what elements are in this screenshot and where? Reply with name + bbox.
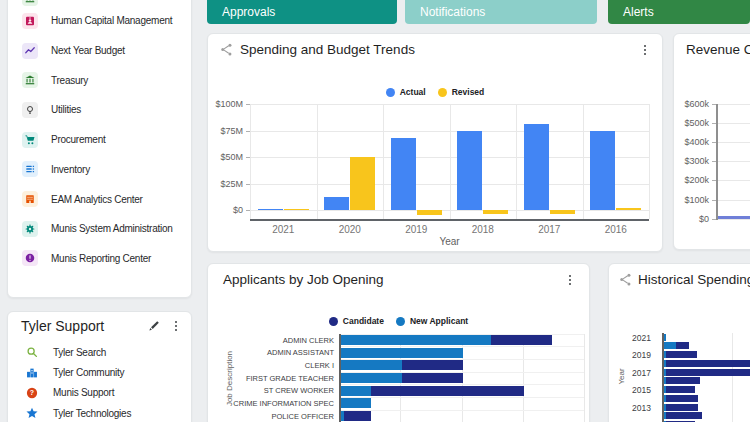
more-options-icon[interactable] <box>563 273 577 287</box>
revised-bar[interactable] <box>284 209 309 210</box>
y-tick-label: 2013 <box>609 403 651 413</box>
support-item-label: Tyler Community <box>53 367 124 378</box>
new-applicant-bar[interactable] <box>341 386 372 396</box>
support-item[interactable]: ?Munis Support <box>8 383 191 403</box>
sidebar-item[interactable]: Procurement <box>8 125 191 155</box>
candidate-bar[interactable] <box>371 386 524 396</box>
y-tick-label: $600k <box>674 99 709 109</box>
sidebar-item-label: Procurement <box>51 134 106 145</box>
support-item-label: Tyler Search <box>53 347 106 358</box>
historical-chart-title: Historical Spending Trends <box>638 272 750 287</box>
sidebar-item-label: Munis System Administration <box>51 223 173 234</box>
legend-dot <box>396 317 405 326</box>
candidate-bar[interactable] <box>344 411 372 421</box>
x-tick-label: 2021 <box>263 224 303 235</box>
candidate-bar[interactable] <box>402 360 463 370</box>
magnifier-icon <box>25 345 39 359</box>
hist-bar-light[interactable] <box>664 342 676 349</box>
hist-bar-dark[interactable] <box>666 369 750 376</box>
y-tick-label: $0 <box>208 205 243 215</box>
chart-legend: ActualRevised <box>208 87 662 97</box>
actual-bar[interactable] <box>457 131 482 211</box>
y-tick-label: $300k <box>674 156 709 166</box>
candidate-bar[interactable] <box>402 373 463 383</box>
sidebar-item[interactable]: Munis Reporting Center <box>8 244 191 274</box>
x-axis-title: Year <box>430 236 470 247</box>
legend-label: Candidate <box>343 316 384 326</box>
gear-icon <box>22 221 38 237</box>
svg-text:?: ? <box>30 389 34 396</box>
new-applicant-bar[interactable] <box>341 335 491 345</box>
support-item-label: Munis Support <box>53 387 114 398</box>
applicants-card: Applicants by Job OpeningCandidateNew Ap… <box>207 263 590 422</box>
sidebar-item[interactable]: EAM Analytics Center <box>8 184 191 214</box>
hist-bar-dark[interactable] <box>666 386 695 393</box>
legend-dot <box>386 88 395 97</box>
actual-bar[interactable] <box>391 138 416 210</box>
actual-bar[interactable] <box>590 131 615 211</box>
support-item[interactable]: Tyler Search <box>8 342 191 362</box>
new-applicant-bar[interactable] <box>341 373 402 383</box>
spending-chart-title: Spending and Budget Trends <box>240 42 638 57</box>
sidebar-item[interactable]: Treasury <box>8 65 191 95</box>
revised-bar[interactable] <box>350 157 375 210</box>
y-tick-label: $0 <box>674 214 709 224</box>
hist-bar-light[interactable] <box>664 334 666 341</box>
building-icon <box>22 191 38 207</box>
y-tick-label: $200k <box>674 175 709 185</box>
revenue-line <box>718 216 750 219</box>
legend-label: New Applicant <box>410 316 468 326</box>
y-tick-label: $25M <box>208 179 243 189</box>
candidate-bar[interactable] <box>491 335 552 345</box>
revenue-chart-title: Revenue Collections <box>686 42 750 57</box>
more-options-icon[interactable] <box>638 43 652 57</box>
hist-bar-dark[interactable] <box>666 360 750 367</box>
revenue-collections-card: Revenue Collections$600k$500k$400k$300k$… <box>673 33 750 250</box>
sidebar-item-label: Utilities <box>51 104 81 115</box>
header-button-notifications[interactable]: Notifications <box>405 0 597 24</box>
header-button-alerts[interactable]: Alerts <box>608 0 750 24</box>
sidebar-item[interactable]: Next Year Budget <box>8 36 191 66</box>
tyler-support-card: Tyler Support Tyler SearchTyler Communit… <box>7 311 192 422</box>
actual-bar[interactable] <box>524 124 549 210</box>
new-applicant-bar[interactable] <box>341 348 464 358</box>
sidebar-item[interactable]: Utilities <box>8 95 191 125</box>
revised-bar[interactable] <box>417 210 442 215</box>
support-item-label: Tyler Technologies <box>53 408 131 419</box>
support-item[interactable]: Tyler Community <box>8 362 191 382</box>
new-applicant-bar[interactable] <box>341 398 372 408</box>
new-applicant-bar[interactable] <box>341 360 402 370</box>
sidebar-item[interactable]: Inventory <box>8 155 191 185</box>
y-tick-label: $50M <box>208 152 243 162</box>
hist-bar-dark[interactable] <box>666 412 702 419</box>
sidebar-item-label: Next Year Budget <box>51 45 125 56</box>
support-item[interactable]: Tyler Technologies <box>8 403 191 422</box>
y-tick-label: $500k <box>674 118 709 128</box>
lightbulb-icon <box>22 102 38 118</box>
hist-bar-dark[interactable] <box>666 404 699 411</box>
y-tick-label: 2017 <box>609 368 651 378</box>
sidebar-item[interactable]: Human Capital Management <box>8 6 191 36</box>
hist-bar-dark[interactable] <box>666 351 697 358</box>
sidebar-item[interactable]: Munis System Administration <box>8 214 191 244</box>
y-axis-title: Job Description <box>225 344 234 414</box>
revised-bar[interactable] <box>550 210 575 214</box>
hist-bar-dark[interactable] <box>676 342 690 349</box>
share-icon[interactable] <box>219 42 234 57</box>
header-button-approvals[interactable]: Approvals <box>207 0 397 24</box>
hist-bar-dark[interactable] <box>666 377 701 384</box>
sidebar-menu-card: Human Capital ManagementNext Year Budget… <box>7 0 192 298</box>
bank-icon <box>22 72 38 88</box>
actual-bar[interactable] <box>324 197 349 210</box>
share-icon[interactable] <box>618 272 633 287</box>
applicants-chart-title: Applicants by Job Opening <box>223 272 563 287</box>
revised-bar[interactable] <box>483 210 508 214</box>
y-tick-label: $100k <box>674 195 709 205</box>
legend-label: Actual <box>400 87 426 97</box>
x-tick-label: 2018 <box>463 224 503 235</box>
x-tick-label: 2017 <box>529 224 569 235</box>
revised-bar[interactable] <box>616 208 641 210</box>
hist-bar-dark[interactable] <box>666 395 699 402</box>
trend-line-icon <box>22 43 38 59</box>
actual-bar[interactable] <box>258 209 283 210</box>
